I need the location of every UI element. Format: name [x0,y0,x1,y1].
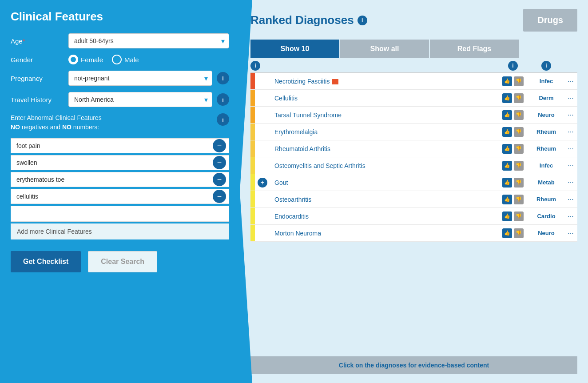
thumbs-up-button[interactable]: 👍 [502,211,512,221]
thumbs-up-button[interactable]: 👍 [502,93,512,103]
thumbs-down-button[interactable]: 👎 [514,110,524,120]
diagnosis-name[interactable]: Necrotizing Fasciitis [270,74,497,88]
thumbs-up-button[interactable]: 👍 [502,127,512,137]
right-header: Ranked Diagnoses i Drugs [250,9,577,32]
feature-input-empty[interactable] [11,206,229,221]
travel-select[interactable]: North America South America Europe Afric… [68,92,212,107]
diagnosis-name[interactable]: Endocarditis [270,209,497,223]
thumbs-down-button[interactable]: 👎 [514,161,524,171]
thumbs-cell: 👍👎 [497,161,528,171]
travel-select-wrapper: North America South America Europe Afric… [68,92,212,107]
thumbs-cell: 👍👎 [497,127,528,137]
thumbs-up-button[interactable]: 👍 [502,228,512,238]
remove-feature-3[interactable]: − [213,173,226,186]
thumbs-cell: 👍👎 [497,178,528,188]
more-options-button[interactable]: ··· [564,94,577,102]
table-row: Osteoarthritis👍👎Rheum··· [250,191,577,208]
tab-showall[interactable]: Show all [340,40,429,58]
bottom-bar[interactable]: Click on the diagnoses for evidence-base… [250,356,577,374]
feature-row-2: − [11,155,229,170]
travel-info-button[interactable]: i [217,93,229,106]
gender-options: Female Male [68,55,139,64]
thumbs-cell: 👍👎 [497,76,528,86]
thumbs-up-button[interactable]: 👍 [502,195,512,204]
diagnosis-name[interactable]: Gout [270,176,497,190]
pregnancy-info-button[interactable]: i [217,72,229,84]
table-row: Cellulitis👍👎Derm··· [250,90,577,107]
more-options-button[interactable]: ··· [564,229,577,237]
feature-input-1[interactable] [11,139,213,153]
diagnosis-name[interactable]: Osteoarthritis [270,192,497,207]
thumbs-down-button[interactable]: 👎 [514,144,524,154]
gender-female-option[interactable]: Female [68,55,103,64]
female-label: Female [81,56,103,64]
right-panel: Ranked Diagnoses i Drugs Show 10 Show al… [240,0,588,383]
thumbs-down-button[interactable]: 👎 [514,127,524,137]
thumbs-up-button[interactable]: 👍 [502,161,512,171]
remove-feature-4[interactable]: − [213,190,226,203]
thumbs-down-button[interactable]: 👎 [514,228,524,238]
diagnosis-name[interactable]: Rheumatoid Arthritis [270,142,497,156]
male-label: Male [124,56,139,64]
thumb-header-info[interactable]: i [508,61,518,71]
table-header: i i i [250,58,577,73]
plus-circle-icon[interactable]: + [258,178,267,188]
get-checklist-button[interactable]: Get Checklist [11,251,81,272]
age-select[interactable]: adult 50-64yrs child 0-12yrs teen 13-17y… [68,33,229,48]
header-thumb-col: i [497,61,528,71]
more-options-button[interactable]: ··· [564,179,577,187]
table-row: Erythromelalgia👍👎Rheum··· [250,124,577,140]
table-row: Rheumatoid Arthritis👍👎Rheum··· [250,140,577,157]
feature-input-3[interactable] [11,172,213,187]
gender-male-option[interactable]: Male [112,55,139,64]
more-options-button[interactable]: ··· [564,212,577,220]
instruction-info-button[interactable]: i [217,113,229,126]
diagnosis-name[interactable]: Erythromelalgia [270,125,497,139]
drugs-button[interactable]: Drugs [523,9,577,32]
category-label: Infec [528,162,564,169]
thumbs-up-button[interactable]: 👍 [502,76,512,86]
more-options-button[interactable]: ··· [564,145,577,153]
diagnosis-name[interactable]: Cellulitis [270,91,497,105]
more-options-button[interactable]: ··· [564,111,577,119]
age-row: Age* adult 50-64yrs child 0-12yrs teen 1… [11,33,229,48]
male-radio-circle [112,55,122,64]
thumbs-down-button[interactable]: 👎 [514,178,524,188]
pregnancy-select[interactable]: not-pregnant pregnant post-partum [68,71,212,86]
remove-feature-2[interactable]: − [213,156,226,169]
feature-input-4[interactable] [11,189,213,203]
more-options-button[interactable]: ··· [564,128,577,136]
tab-redflags[interactable]: Red Flags [430,40,519,58]
tab-show10[interactable]: Show 10 [250,40,339,58]
table-row: Necrotizing Fasciitis👍👎Infec··· [250,73,577,90]
table-row: Osteomyelitis and Septic Arthritis👍👎Infe… [250,157,577,174]
cat-header-info[interactable]: i [541,61,551,71]
remove-feature-1[interactable]: − [213,139,226,152]
thumbs-down-button[interactable]: 👎 [514,93,524,103]
thumbs-down-button[interactable]: 👎 [514,76,524,86]
thumbs-cell: 👍👎 [497,110,528,120]
feature-input-2[interactable] [11,156,213,170]
left-panel: Clinical Features Age* adult 50-64yrs ch… [0,0,240,383]
thumbs-cell: 👍👎 [497,144,528,154]
age-label: Age* [11,37,64,45]
female-radio-circle [68,55,78,64]
diagnosis-name[interactable]: Morton Neuroma [270,226,497,240]
diag-icon-cell: + [255,178,270,188]
more-options-button[interactable]: ··· [564,77,577,85]
clear-search-button[interactable]: Clear Search [88,251,157,272]
thumbs-up-button[interactable]: 👍 [502,178,512,188]
category-label: Cardio [528,213,564,219]
diagnosis-name[interactable]: Osteomyelitis and Septic Arthritis [270,159,497,173]
add-more-row[interactable]: Add more Clinical Features [11,223,229,239]
thumbs-up-button[interactable]: 👍 [502,144,512,154]
thumbs-up-button[interactable]: 👍 [502,110,512,120]
panel-title: Clinical Features [11,10,229,24]
ranked-info-button[interactable]: i [358,16,367,25]
thumbs-down-button[interactable]: 👎 [514,211,524,221]
diagnosis-name[interactable]: Tarsal Tunnel Syndrome [270,108,497,122]
ranked-title: Ranked Diagnoses i [250,13,367,27]
more-options-button[interactable]: ··· [564,162,577,170]
more-options-button[interactable]: ··· [564,195,577,203]
thumbs-down-button[interactable]: 👎 [514,195,524,204]
